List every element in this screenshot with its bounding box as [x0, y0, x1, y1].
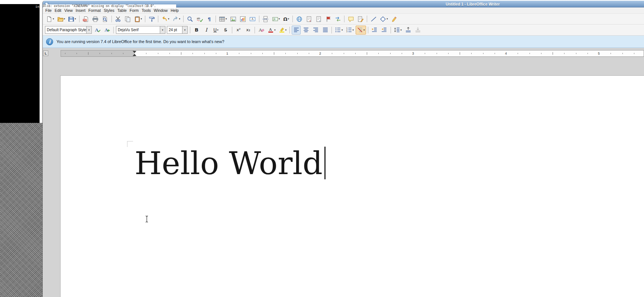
align-center-button[interactable] — [301, 26, 310, 35]
track-changes-button[interactable] — [356, 14, 365, 23]
ordered-list-button[interactable]: 123▾ — [345, 26, 355, 35]
align-left-button[interactable] — [292, 26, 301, 35]
highlight-color-button[interactable]: ▾ — [278, 26, 288, 35]
font-size-combo[interactable]: 24 pt ▾ — [167, 26, 188, 34]
underline-button[interactable]: U▾ — [211, 26, 220, 35]
menu-view[interactable]: View — [63, 8, 74, 13]
menu-file[interactable]: File — [44, 8, 53, 13]
find-and-replace-button[interactable] — [185, 14, 194, 23]
document-page[interactable]: Hello World — [61, 76, 644, 297]
font-name-dropdown[interactable]: ▾ — [160, 26, 165, 33]
superscript-button[interactable]: x² — [234, 26, 243, 35]
insert-cross-reference-button[interactable] — [333, 14, 342, 23]
menu-form[interactable]: Form — [128, 8, 140, 13]
toolbar-separator — [331, 27, 332, 33]
increase-paragraph-spacing-button[interactable] — [404, 26, 412, 35]
insert-endnote-button[interactable]: i — [314, 14, 323, 23]
cut-button[interactable] — [114, 14, 123, 23]
save-button[interactable]: ▾ — [67, 14, 77, 23]
svg-text:A: A — [95, 27, 98, 33]
menu-edit[interactable]: Edit — [53, 8, 63, 13]
open-button[interactable]: ▾ — [56, 14, 67, 23]
justified-button[interactable] — [321, 26, 330, 35]
insert-image-button[interactable] — [229, 14, 238, 23]
update-style-button[interactable]: A — [93, 26, 102, 35]
field-icon: fx — [272, 16, 278, 22]
font-size-value[interactable]: 24 pt — [167, 28, 182, 32]
new-style-button[interactable]: A — [103, 26, 111, 35]
insert-line-button[interactable] — [369, 14, 378, 23]
menu-table[interactable]: Table — [116, 8, 128, 13]
svg-text:A: A — [269, 27, 272, 32]
insert-footnote-button[interactable]: 1 — [304, 14, 313, 23]
print-preview-icon — [102, 16, 108, 22]
increase-indent-button[interactable] — [370, 26, 379, 35]
dropdown-arrow-icon: ▾ — [274, 29, 276, 32]
horizontal-ruler[interactable]: 12345 — [61, 50, 644, 57]
doc-new-icon — [46, 16, 52, 22]
font-name-combo[interactable]: DejaVu Serif ▾ — [116, 26, 165, 34]
left-indent-marker[interactable] — [133, 54, 136, 56]
first-line-indent-marker[interactable] — [133, 51, 136, 53]
standard-toolbar: ▾▾▾PDF▾▾▾ab¶▾Afx▾Ω▾1i▾ — [43, 14, 644, 25]
italic-icon: I — [205, 27, 207, 32]
decrease-paragraph-spacing-button[interactable] — [413, 26, 422, 35]
insert-bookmark-button[interactable] — [324, 14, 333, 23]
basic-shapes-button[interactable]: ▾ — [379, 14, 389, 23]
menu-window[interactable]: Window — [152, 8, 169, 13]
clearfmt-icon: A — [258, 27, 265, 33]
menu-insert[interactable]: Insert — [74, 8, 87, 13]
linespacing-icon — [394, 27, 400, 33]
align-right-button[interactable] — [311, 26, 320, 35]
menu-help[interactable]: Help — [169, 8, 180, 13]
paragraph-style-dropdown[interactable]: ▾ — [86, 26, 91, 33]
insert-comment-button[interactable] — [346, 14, 355, 23]
italic-button[interactable]: I — [202, 26, 211, 35]
ruler-tick — [553, 52, 553, 55]
show-draw-functions-button[interactable] — [390, 14, 399, 23]
insert-special-character-button[interactable]: Ω▾ — [282, 14, 291, 23]
decrease-indent-button[interactable] — [380, 26, 389, 35]
toggle-print-preview-button[interactable] — [101, 14, 110, 23]
menu-styles[interactable]: Styles — [102, 8, 116, 13]
no-list-button[interactable]: ▾ — [356, 26, 366, 35]
ruler-tick — [611, 53, 611, 54]
copy-button[interactable] — [123, 14, 132, 23]
tab-stop-type-selector[interactable]: L — [43, 50, 48, 56]
ruler-tick — [378, 53, 379, 54]
ruler-tick — [541, 53, 541, 54]
subscript-button[interactable]: x₂ — [244, 26, 253, 35]
redo-button[interactable]: ▾ — [171, 14, 182, 23]
clone-formatting-button[interactable] — [147, 14, 156, 23]
insert-chart-button[interactable] — [239, 14, 247, 23]
paragraph-style-combo[interactable]: Default Paragraph Style ▾ — [45, 26, 92, 34]
clear-formatting-button[interactable]: A — [257, 26, 266, 35]
menu-tools[interactable]: Tools — [140, 8, 152, 13]
insert-table-button[interactable]: ▾ — [218, 14, 228, 23]
export-pdf-button[interactable]: PDF — [81, 14, 90, 23]
export-pdf-icon: PDF — [82, 16, 89, 22]
paragraph-style-value[interactable]: Default Paragraph Style — [45, 28, 86, 32]
new-document-button[interactable]: ▾ — [45, 14, 55, 23]
strikethrough-button[interactable]: S — [221, 26, 230, 35]
unordered-list-button[interactable]: ▾ — [334, 26, 344, 35]
font-color-button[interactable]: A▾ — [266, 26, 277, 35]
insert-field-button[interactable]: fx▾ — [271, 14, 281, 23]
ruler-tick — [495, 53, 495, 54]
formatting-marks-button[interactable]: ¶ — [205, 14, 214, 23]
insert-text-box-button[interactable]: A — [248, 14, 257, 23]
insert-hyperlink-button[interactable] — [295, 14, 304, 23]
terminal-scrollbar[interactable] — [39, 4, 43, 123]
paste-button[interactable]: ▾ — [133, 14, 143, 23]
bold-button[interactable]: B — [192, 26, 201, 35]
dropdown-arrow-icon: ▾ — [288, 17, 289, 20]
print-button[interactable] — [91, 14, 100, 23]
spelling-button[interactable]: ab — [195, 14, 204, 23]
insert-page-break-button[interactable] — [261, 14, 270, 23]
font-size-dropdown[interactable]: ▾ — [182, 26, 187, 33]
clone-icon — [149, 16, 155, 22]
font-name-value[interactable]: DejaVu Serif — [116, 28, 160, 32]
menu-format[interactable]: Format — [87, 8, 102, 13]
line-spacing-button[interactable]: ▾ — [393, 26, 403, 35]
undo-button[interactable]: ▾ — [160, 14, 171, 23]
